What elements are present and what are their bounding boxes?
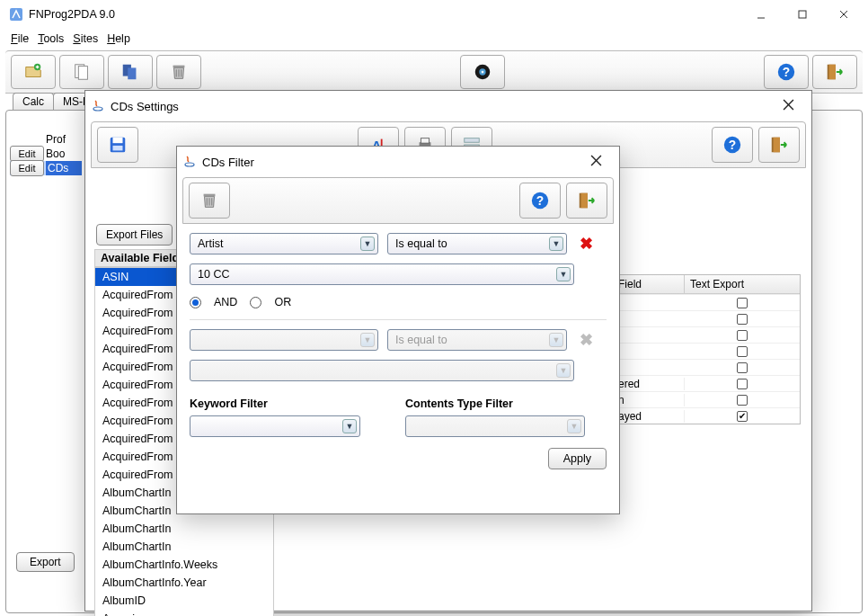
- contents-type-filter-combo: ▼: [405, 415, 585, 437]
- filter2-field-combo[interactable]: ▼: [190, 329, 378, 351]
- settings-save-button[interactable]: [97, 127, 138, 163]
- toolbar-copy-button[interactable]: [108, 55, 153, 89]
- toolbar-delete-button[interactable]: [156, 55, 201, 89]
- toolbar-open-button[interactable]: [59, 55, 104, 89]
- menu-file[interactable]: File: [7, 31, 32, 46]
- filter2-op-combo: Is equal to▼: [387, 329, 567, 351]
- svg-rect-7: [78, 67, 87, 80]
- java-icon: [91, 98, 105, 115]
- filter-help-button[interactable]: ?: [519, 183, 561, 219]
- cds-filter-title: CDs Filter: [202, 156, 254, 169]
- cds-filter-close-button[interactable]: [578, 149, 614, 174]
- available-field-item[interactable]: Appraiser: [95, 610, 273, 616]
- apply-button[interactable]: Apply: [548, 448, 607, 469]
- svg-rect-37: [774, 138, 780, 153]
- text-export-checkbox[interactable]: ✔: [737, 411, 748, 422]
- filter-toolbar: ?: [182, 177, 614, 224]
- close-button[interactable]: [823, 1, 864, 28]
- settings-help-button[interactable]: ?: [712, 127, 753, 163]
- chevron-down-icon: ▼: [567, 419, 581, 433]
- filter1-value-combo[interactable]: 10 CC▼: [190, 263, 574, 285]
- chevron-down-icon: ▼: [360, 333, 375, 347]
- radio-or[interactable]: [250, 297, 261, 308]
- table-cell-field: ered: [613, 378, 685, 390]
- right-table: Field Text Export erednayed✔: [612, 274, 801, 424]
- available-field-item[interactable]: AlbumChartIn: [95, 538, 273, 556]
- filter1-op-combo[interactable]: Is equal to▼: [387, 233, 567, 254]
- main-toolbar: ?: [5, 50, 863, 94]
- toolbar-exit-button[interactable]: [812, 55, 857, 89]
- keyword-filter-label: Keyword Filter: [190, 397, 391, 410]
- row-edit-2[interactable]: Edit: [10, 160, 44, 176]
- app-title: FNProg2PDA 9.0: [29, 8, 115, 21]
- export-button[interactable]: Export: [16, 552, 75, 572]
- radio-and-label: AND: [214, 296, 237, 308]
- menubar: File Tools Sites Help: [0, 29, 868, 49]
- svg-rect-26: [113, 146, 123, 151]
- table-row[interactable]: [613, 359, 800, 375]
- tab-calc[interactable]: Calc: [13, 93, 54, 110]
- text-export-checkbox[interactable]: [737, 346, 748, 357]
- minimize-button[interactable]: [740, 1, 782, 28]
- filter-body: Artist▼ Is equal to▼ ✖ 10 CC▼ AND OR ▼ I…: [177, 224, 619, 477]
- text-export-checkbox[interactable]: [737, 330, 748, 341]
- table-row[interactable]: ayed✔: [613, 407, 800, 424]
- table-row[interactable]: [613, 326, 800, 343]
- menu-help[interactable]: Help: [103, 31, 134, 46]
- svg-text:?: ?: [729, 138, 736, 152]
- text-export-checkbox[interactable]: [737, 395, 748, 406]
- radio-and[interactable]: [190, 297, 201, 308]
- settings-exit-button[interactable]: [758, 127, 800, 163]
- chevron-down-icon: ▼: [549, 333, 563, 347]
- toolbar-help-button[interactable]: ?: [764, 55, 809, 89]
- available-field-item[interactable]: AlbumChartIn: [95, 520, 273, 538]
- filter-exit-button[interactable]: [566, 183, 607, 219]
- table-row[interactable]: [613, 294, 800, 310]
- available-field-item[interactable]: AlbumChartInfo.Weeks: [95, 556, 273, 574]
- maximize-button[interactable]: [782, 1, 823, 28]
- text-export-checkbox[interactable]: [737, 298, 748, 308]
- menu-tools[interactable]: Tools: [34, 31, 67, 46]
- table-row[interactable]: [613, 343, 800, 359]
- table-row[interactable]: ered: [613, 375, 800, 391]
- svg-rect-2: [799, 11, 806, 18]
- filter2-remove-button: ✖: [576, 330, 596, 350]
- svg-rect-25: [113, 138, 123, 143]
- table-row[interactable]: n: [613, 391, 800, 407]
- table-cell-field: ayed: [613, 410, 685, 423]
- svg-rect-10: [173, 66, 185, 68]
- svg-rect-48: [581, 193, 588, 209]
- right-table-head-field[interactable]: Field: [613, 275, 685, 293]
- main-titlebar: FNProg2PDA 9.0: [0, 0, 868, 29]
- chevron-down-icon: ▼: [556, 267, 571, 281]
- table-row[interactable]: [613, 310, 800, 326]
- text-export-checkbox[interactable]: [737, 362, 748, 373]
- toolbar-new-button[interactable]: [11, 55, 56, 89]
- filter1-remove-button[interactable]: ✖: [576, 234, 596, 254]
- svg-point-16: [482, 71, 484, 74]
- svg-text:?: ?: [536, 194, 544, 208]
- logic-radio-group: AND OR: [190, 296, 607, 308]
- filter-clear-button[interactable]: [189, 183, 230, 219]
- svg-point-21: [93, 107, 102, 111]
- available-field-item[interactable]: AlbumChartInfo.Year: [95, 574, 273, 592]
- chevron-down-icon: ▼: [342, 419, 357, 433]
- export-files-button[interactable]: Export Files: [96, 224, 173, 246]
- text-export-checkbox[interactable]: [737, 379, 748, 389]
- toolbar-preview-button[interactable]: [460, 55, 505, 89]
- filter2-value-combo: ▼: [190, 360, 574, 381]
- cds-filter-titlebar: CDs Filter: [177, 147, 619, 177]
- chevron-down-icon: ▼: [556, 363, 571, 378]
- keyword-filter-combo[interactable]: ▼: [190, 415, 360, 437]
- svg-rect-30: [421, 138, 429, 144]
- filter1-field-combo[interactable]: Artist▼: [190, 233, 378, 254]
- svg-rect-32: [465, 138, 480, 143]
- available-field-item[interactable]: AlbumID: [95, 592, 273, 610]
- svg-rect-41: [204, 194, 216, 197]
- cds-settings-title: CDs Settings: [111, 100, 179, 113]
- cds-settings-titlebar: CDs Settings: [85, 91, 811, 121]
- menu-sites[interactable]: Sites: [69, 31, 102, 46]
- text-export-checkbox[interactable]: [737, 314, 748, 325]
- cds-settings-close-button[interactable]: [770, 94, 806, 119]
- right-table-head-textexport[interactable]: Text Export: [685, 275, 800, 293]
